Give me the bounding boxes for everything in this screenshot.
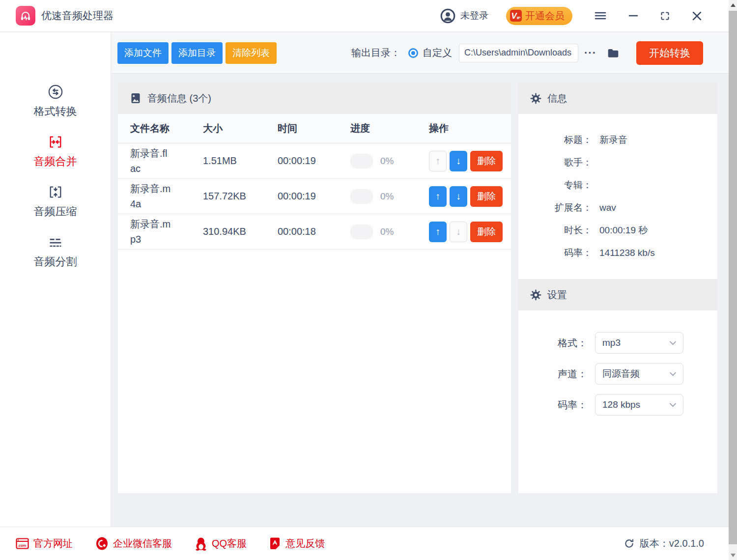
file-size: 310.94KB (203, 226, 278, 237)
channel-select[interactable]: 同源音频 (595, 363, 683, 385)
info-panel-header: 信息 (518, 83, 717, 114)
wecom-service-icon (95, 537, 109, 550)
progress-value: 0% (380, 156, 394, 167)
file-size: 157.72KB (203, 191, 278, 202)
audio-split-icon (48, 234, 63, 251)
scrollbar-thumb[interactable] (729, 11, 737, 544)
setting-row-bitrate: 码率： 128 kbps (518, 394, 717, 416)
browse-ellipsis-button[interactable]: ··· (584, 47, 596, 59)
info-row-duration: 时长： 00:00:19 秒 (518, 219, 717, 242)
column-progress: 进度 (350, 122, 429, 135)
delete-button[interactable]: 删除 (470, 222, 503, 242)
file-time: 00:00:18 (278, 226, 350, 237)
feedback-icon (269, 537, 281, 550)
info-fields: 标题： 新录音 歌手： 专辑： 扩展名： wav 时长： 00:00:19 秒 … (518, 114, 717, 264)
delete-button[interactable]: 删除 (470, 186, 503, 207)
setting-row-format: 格式： mp3 (518, 332, 717, 354)
audio-list-title: 音频信息 (3个) (147, 92, 211, 105)
feedback-link[interactable]: 意见反馈 (269, 537, 325, 550)
progress-bar (350, 189, 373, 204)
official-site-link[interactable]: .com 官方网址 (16, 537, 73, 550)
file-size: 1.51MB (203, 155, 278, 167)
progress-bar (350, 224, 373, 239)
login-area[interactable]: 未登录 (440, 8, 488, 24)
table-header-row: 文件名称 大小 时间 进度 操作 (118, 114, 511, 143)
website-icon: .com (16, 538, 29, 549)
output-path-input[interactable] (459, 44, 578, 62)
file-time: 00:00:19 (278, 191, 350, 202)
sidebar: 格式转换 音频合并 音频压缩 (0, 32, 111, 527)
minimize-icon[interactable] (628, 11, 638, 21)
settings-panel-header: 设置 (518, 279, 717, 310)
table-row[interactable]: 新录音.m4a 157.72KB 00:00:19 0% ↑ ↓ 删除 (118, 179, 511, 214)
file-name: 新录音.mp3 (130, 217, 172, 247)
sidebar-item-audio-split[interactable]: 音频分割 (34, 234, 77, 269)
move-down-button[interactable]: ↓ (450, 151, 467, 171)
user-avatar-icon (440, 8, 455, 24)
version-value: v2.0.1.0 (669, 538, 704, 549)
sidebar-item-label: 格式转换 (34, 104, 77, 119)
custom-radio[interactable] (408, 48, 418, 58)
move-up-button[interactable]: ↑ (429, 151, 447, 171)
sidebar-item-label: 音频分割 (34, 254, 77, 269)
settings-fields: 格式： mp3 声道： 同源音频 码率： 128 kbps (518, 310, 717, 416)
titlebar: 优速音频处理器 未登录 V IP 开通会员 (0, 0, 729, 32)
sidebar-item-format-convert[interactable]: 格式转换 (34, 84, 77, 119)
output-dir-label: 输出目录： (351, 46, 400, 59)
move-up-button[interactable]: ↑ (429, 222, 447, 242)
audio-merge-icon (48, 134, 63, 150)
login-status: 未登录 (460, 9, 488, 22)
info-row-artist: 歌手： (518, 151, 717, 174)
settings-panel-title: 设置 (547, 288, 567, 302)
sidebar-item-audio-compress[interactable]: 音频压缩 (34, 184, 77, 219)
move-down-button[interactable]: ↓ (450, 186, 467, 207)
folder-icon (606, 47, 620, 59)
wecom-service-link[interactable]: 企业微信客服 (95, 537, 172, 550)
move-down-button[interactable]: ↓ (450, 222, 467, 242)
qq-service-link[interactable]: QQ客服 (195, 537, 247, 551)
version-area: 版本： v2.0.1.0 (624, 537, 704, 550)
move-up-button[interactable]: ↑ (429, 186, 447, 207)
app-logo-icon (16, 6, 35, 26)
sidebar-item-label: 音频合并 (34, 154, 77, 169)
version-label: 版本： (640, 537, 669, 550)
bitrate-select[interactable]: 128 kbps (595, 394, 683, 416)
column-time: 时间 (278, 122, 350, 135)
info-panel-title: 信息 (547, 92, 567, 105)
info-row-extension: 扩展名： wav (518, 196, 717, 219)
file-name: 新录音.m4a (130, 181, 172, 212)
setting-row-channel: 声道： 同源音频 (518, 363, 717, 385)
add-directory-button[interactable]: 添加目录 (171, 42, 223, 64)
vip-icon: V IP (510, 10, 522, 22)
close-icon[interactable] (692, 11, 702, 21)
delete-button[interactable]: 删除 (470, 151, 503, 171)
scrollbar-down-arrow[interactable] (729, 550, 737, 560)
add-file-button[interactable]: 添加文件 (117, 42, 169, 64)
scrollbar-up-arrow[interactable] (729, 0, 737, 10)
svg-text:.com: .com (18, 543, 27, 548)
column-filename: 文件名称 (130, 122, 203, 135)
table-row[interactable]: 新录音.mp3 310.94KB 00:00:18 0% ↑ ↓ 删除 (118, 214, 511, 250)
audio-list-header: 音频信息 (3个) (118, 83, 511, 114)
qq-service-icon (195, 537, 207, 551)
start-convert-button[interactable]: 开始转换 (636, 41, 703, 65)
custom-radio-label: 自定义 (423, 46, 452, 59)
gear-icon (530, 289, 541, 301)
open-folder-button[interactable] (606, 47, 620, 59)
side-panel: 信息 标题： 新录音 歌手： 专辑： 扩展名： wav 时长： 00:00:19… (518, 83, 717, 493)
maximize-icon[interactable] (660, 11, 670, 21)
window-scrollbar[interactable] (729, 0, 737, 560)
table-row[interactable]: 新录音.flac 1.51MB 00:00:19 0% ↑ ↓ 删除 (118, 143, 511, 179)
column-size: 大小 (203, 122, 278, 135)
file-time: 00:00:19 (278, 155, 350, 167)
vip-button[interactable]: V IP 开通会员 (506, 7, 572, 25)
chevron-down-icon (670, 372, 676, 376)
gear-icon (530, 93, 541, 104)
sidebar-item-audio-merge[interactable]: 音频合并 (34, 134, 77, 169)
info-row-bitrate: 码率： 1411238 kb/s (518, 242, 717, 264)
progress-bar (350, 154, 373, 168)
check-update-icon[interactable] (624, 538, 635, 549)
format-select[interactable]: mp3 (595, 332, 683, 354)
menu-icon[interactable] (594, 10, 607, 21)
clear-list-button[interactable]: 清除列表 (226, 42, 277, 64)
